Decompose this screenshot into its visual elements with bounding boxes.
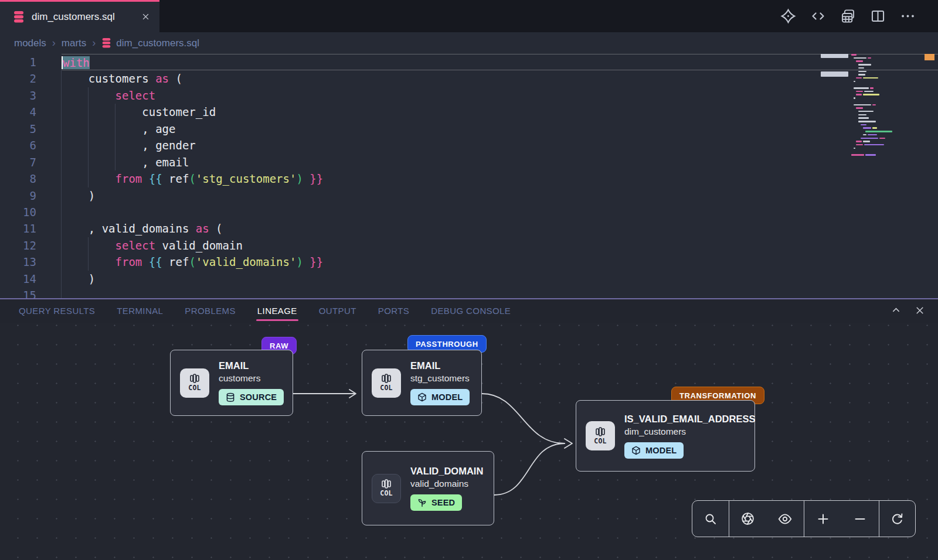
database-icon bbox=[101, 37, 111, 49]
minimap-line bbox=[865, 131, 892, 132]
tab-problems[interactable]: PROBLEMS bbox=[185, 303, 236, 320]
split-editor-icon[interactable] bbox=[870, 8, 886, 24]
seed-badge: SEED bbox=[410, 494, 462, 511]
lineage-node-valid-domains[interactable]: COL VALID_DOMAIN valid_domains SEED bbox=[362, 451, 494, 525]
minimap-line bbox=[856, 141, 862, 142]
tab-terminal[interactable]: TERMINAL bbox=[117, 303, 163, 320]
lineage-node-stg-customers[interactable]: COL EMAIL stg_customers MODEL bbox=[362, 350, 482, 416]
line-number: 10 bbox=[0, 204, 36, 220]
line-number: 1 bbox=[0, 54, 36, 70]
zoom-out-icon[interactable] bbox=[853, 512, 867, 526]
code-line: from {{ ref('stg_customers') }} bbox=[62, 170, 938, 187]
lineage-canvas[interactable]: RAW PASSTHROUGH TRANSFORMATION COL EMAIL… bbox=[0, 323, 938, 560]
tab-close-icon[interactable] bbox=[141, 12, 150, 23]
minimap-line bbox=[854, 148, 855, 149]
indent-guide bbox=[88, 87, 89, 187]
minimap-line bbox=[851, 154, 864, 156]
seedling-icon bbox=[417, 498, 427, 507]
minimap-line bbox=[854, 57, 866, 59]
code-line: from {{ ref('valid_domains') }} bbox=[62, 254, 938, 270]
minimap-line bbox=[863, 141, 870, 142]
lineage-node-dim-customers[interactable]: COL IS_VALID_EMAIL_ADDRESS dim_customers… bbox=[576, 400, 755, 472]
minimap-line bbox=[854, 81, 855, 83]
code-line: , email bbox=[62, 154, 938, 170]
code-line bbox=[62, 204, 938, 220]
breadcrumb-marts[interactable]: marts bbox=[62, 37, 87, 49]
code-line: , valid_domains as ( bbox=[62, 220, 938, 237]
source-badge: SOURCE bbox=[219, 389, 284, 405]
tab-ports[interactable]: PORTS bbox=[378, 303, 409, 320]
chevron-up-icon[interactable] bbox=[891, 305, 902, 318]
lineage-node-customers[interactable]: COL EMAIL customers SOURCE bbox=[170, 350, 293, 416]
minimap-line bbox=[856, 91, 863, 93]
code-line bbox=[62, 287, 938, 299]
minimap-line bbox=[856, 144, 863, 146]
gutter: 123456789101112131415 bbox=[0, 54, 36, 299]
code-line: customer_id bbox=[62, 104, 938, 120]
refresh-icon[interactable] bbox=[890, 511, 905, 526]
breadcrumb-models[interactable]: models bbox=[14, 37, 46, 49]
line-number: 13 bbox=[0, 254, 36, 270]
code-line: ) bbox=[62, 271, 938, 287]
indent-guide bbox=[115, 104, 115, 170]
line-number: 14 bbox=[0, 271, 36, 287]
database-icon bbox=[226, 392, 235, 402]
more-icon[interactable] bbox=[900, 8, 916, 24]
minimap-line bbox=[870, 87, 874, 89]
minimap[interactable] bbox=[851, 54, 904, 171]
node-model-name: valid_domains bbox=[410, 479, 483, 489]
line-number: 7 bbox=[0, 154, 36, 170]
breadcrumb: models › marts › dim_customers.sql bbox=[0, 32, 938, 54]
code-line: select bbox=[62, 87, 938, 104]
minimap-line bbox=[865, 154, 876, 156]
breadcrumb-file[interactable]: dim_customers.sql bbox=[101, 37, 199, 49]
minimap-line bbox=[858, 71, 866, 73]
columns-icon bbox=[594, 427, 606, 436]
node-column-name: EMAIL bbox=[219, 360, 284, 371]
tab-bar: dim_customers.sql bbox=[0, 0, 938, 32]
zoom-in-icon[interactable] bbox=[816, 512, 830, 526]
minimap-line bbox=[858, 117, 869, 119]
panel-tabs: QUERY RESULTS TERMINAL PROBLEMS LINEAGE … bbox=[0, 299, 938, 323]
overview-ruler-marker bbox=[925, 54, 934, 60]
indent-guide bbox=[61, 70, 62, 299]
edge-arrowhead bbox=[565, 439, 572, 448]
columns-icon bbox=[380, 374, 392, 383]
minimap-line bbox=[858, 121, 876, 122]
model-badge: MODEL bbox=[410, 389, 470, 405]
column-chip: COL bbox=[180, 368, 209, 398]
edge-seed-to-dim bbox=[494, 443, 565, 495]
panel-actions bbox=[891, 299, 925, 323]
code-icon[interactable] bbox=[810, 8, 826, 24]
minimap-line bbox=[879, 138, 885, 139]
search-icon[interactable] bbox=[704, 512, 718, 526]
dbt-icon[interactable] bbox=[780, 8, 796, 24]
minimap-line bbox=[858, 114, 866, 116]
minimap-line bbox=[864, 91, 874, 93]
node-model-name: dim_customers bbox=[624, 426, 755, 437]
tab-debug-console[interactable]: DEBUG CONSOLE bbox=[431, 303, 511, 320]
aperture-icon[interactable] bbox=[740, 511, 755, 526]
tab-query-results[interactable]: QUERY RESULTS bbox=[19, 303, 95, 320]
tab-lineage[interactable]: LINEAGE bbox=[257, 303, 297, 320]
code-lines: with customers as ( select customer_id ,… bbox=[62, 54, 938, 299]
minimap-line bbox=[868, 134, 877, 136]
tab-output[interactable]: OUTPUT bbox=[319, 303, 356, 320]
close-panel-icon[interactable] bbox=[915, 305, 925, 318]
minimap-line bbox=[854, 87, 869, 89]
line-number: 2 bbox=[0, 70, 36, 87]
minimap-line bbox=[854, 97, 855, 99]
node-model-name: stg_customers bbox=[410, 373, 470, 384]
code-line: customers as ( bbox=[62, 70, 938, 87]
minimap-selection-marker bbox=[821, 54, 848, 58]
minimap-line bbox=[861, 138, 878, 139]
minimap-line bbox=[858, 64, 871, 66]
minimap-line bbox=[861, 124, 866, 126]
line-number: 11 bbox=[0, 220, 36, 237]
duplicate-table-icon[interactable] bbox=[840, 8, 856, 24]
code-editor[interactable]: 123456789101112131415 with customers as … bbox=[0, 54, 938, 299]
eye-icon[interactable] bbox=[777, 511, 793, 527]
line-number: 8 bbox=[0, 170, 36, 187]
minimap-line bbox=[851, 54, 857, 56]
tab-dim-customers[interactable]: dim_customers.sql bbox=[0, 0, 159, 32]
